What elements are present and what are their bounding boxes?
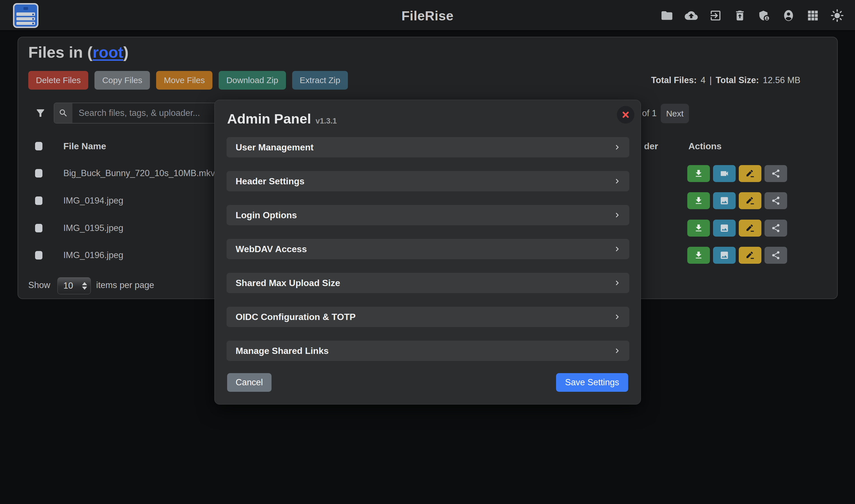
logo-bar: [16, 22, 35, 25]
download-zip-button[interactable]: Download Zip: [219, 71, 286, 90]
total-size-value: 12.56 MB: [763, 75, 800, 85]
download-button[interactable]: [687, 165, 710, 182]
cancel-button[interactable]: Cancel: [227, 373, 272, 392]
header-icon-group: [660, 0, 844, 31]
menu-item-shared-max-upload-size[interactable]: Shared Max Upload Size: [227, 273, 629, 293]
extract-zip-button[interactable]: Extract Zip: [292, 71, 348, 90]
page-of-label: of 1: [642, 108, 657, 119]
image-icon[interactable]: [713, 220, 736, 237]
user-icon[interactable]: [782, 9, 795, 22]
actions-column-header: Actions: [688, 140, 721, 152]
file-name-cell[interactable]: IMG_0195.jpeg: [63, 222, 123, 234]
search-icon[interactable]: [54, 103, 72, 123]
chevron-right-icon: [612, 176, 622, 186]
menu-item-header-settings[interactable]: Header Settings: [227, 171, 629, 191]
select-all-checkbox[interactable]: [35, 142, 42, 150]
restore-trash-icon[interactable]: [733, 9, 746, 22]
row-checkbox[interactable]: [35, 224, 42, 232]
edit-button[interactable]: [739, 220, 762, 237]
share-button[interactable]: [765, 192, 787, 209]
spinner-arrows-icon: [82, 282, 87, 290]
sign-in-icon[interactable]: [709, 9, 722, 22]
edit-button[interactable]: [739, 192, 762, 209]
chevron-right-icon: [612, 346, 622, 356]
root-folder-link[interactable]: root: [92, 43, 123, 61]
copy-files-button[interactable]: Copy Files: [94, 71, 150, 90]
menu-item-label: Login Options: [235, 210, 297, 220]
show-label: Show: [28, 279, 50, 291]
image-icon[interactable]: [713, 247, 736, 264]
page-size-value: 10: [63, 281, 82, 291]
edit-button[interactable]: [739, 165, 762, 182]
row-checkbox[interactable]: [35, 169, 42, 178]
total-files-value: 4: [701, 75, 705, 85]
chevron-right-icon: [612, 244, 622, 254]
uploader-column-header-fragment[interactable]: der: [644, 140, 658, 152]
chevron-right-icon: [612, 142, 622, 152]
chevron-right-icon: [612, 312, 622, 322]
admin-shield-icon[interactable]: [758, 9, 771, 22]
edit-button[interactable]: [739, 247, 762, 264]
total-size-label: Total Size:: [716, 75, 759, 85]
download-button[interactable]: [687, 192, 710, 209]
heading-suffix: ): [123, 43, 129, 61]
row-actions: [687, 220, 787, 237]
top-bar: FileRise: [0, 0, 855, 31]
download-button[interactable]: [687, 247, 710, 264]
menu-item-user-management[interactable]: User Management: [227, 137, 629, 158]
total-files-label: Total Files:: [651, 75, 697, 85]
menu-item-manage-shared-links[interactable]: Manage Shared Links: [227, 341, 629, 361]
cloud-upload-icon[interactable]: [685, 9, 698, 22]
file-name-column-header[interactable]: File Name: [63, 140, 106, 152]
menu-item-label: User Management: [235, 142, 314, 152]
items-per-page-label: items per page: [96, 279, 154, 291]
modal-version: v1.3.1: [316, 117, 337, 126]
chevron-right-icon: [612, 210, 622, 220]
videocam-icon[interactable]: [713, 165, 736, 182]
menu-item-login-options[interactable]: Login Options: [227, 205, 629, 225]
row-actions: [687, 165, 787, 182]
page-title: Files in (root): [28, 43, 129, 61]
logo-chip: [16, 6, 35, 11]
next-page-button[interactable]: Next: [661, 104, 689, 123]
share-button[interactable]: [765, 165, 787, 182]
image-icon[interactable]: [713, 192, 736, 209]
modal-title: Admin Panel: [227, 111, 311, 127]
chevron-right-icon: [612, 278, 622, 288]
file-name-cell[interactable]: IMG_0196.jpeg: [63, 249, 123, 262]
menu-item-label: Shared Max Upload Size: [235, 278, 340, 288]
summary-divider: |: [710, 75, 712, 85]
file-name-cell[interactable]: IMG_0194.jpeg: [63, 195, 123, 207]
light-mode-icon[interactable]: [831, 9, 844, 22]
page-size-select[interactable]: 10: [57, 277, 91, 294]
logo-bar: [16, 13, 35, 16]
download-button[interactable]: [687, 220, 710, 237]
menu-item-webdav-access[interactable]: WebDAV Access: [227, 239, 629, 259]
heading-prefix: Files in (: [28, 43, 92, 61]
menu-item-label: Header Settings: [235, 176, 304, 186]
delete-files-button[interactable]: Delete Files: [28, 71, 88, 90]
close-icon[interactable]: [617, 106, 634, 124]
menu-item-label: Manage Shared Links: [235, 346, 329, 356]
menu-item-label: WebDAV Access: [235, 244, 307, 254]
file-actions-toolbar: Delete Files Copy Files Move Files Downl…: [28, 71, 348, 90]
totals-summary: Total Files: 4 | Total Size: 12.56 MB: [651, 75, 800, 85]
admin-panel-modal: Admin Panel v1.3.1 User Management Heade…: [214, 100, 641, 404]
menu-item-label: OIDC Configuration & TOTP: [235, 312, 355, 322]
row-actions: [687, 247, 787, 264]
file-name-cell[interactable]: Big_Buck_Bunny_720_10s_10MB.mkv: [63, 167, 215, 180]
logo-bar: [16, 17, 35, 20]
row-checkbox[interactable]: [35, 196, 42, 205]
move-files-button[interactable]: Move Files: [156, 71, 212, 90]
filter-icon[interactable]: [35, 107, 46, 119]
menu-item-oidc-totp[interactable]: OIDC Configuration & TOTP: [227, 307, 629, 327]
share-button[interactable]: [765, 247, 787, 264]
folder-icon[interactable]: [660, 9, 674, 22]
grid-icon[interactable]: [806, 9, 819, 22]
row-checkbox[interactable]: [35, 251, 42, 259]
filerise-logo-icon[interactable]: [13, 3, 38, 28]
save-settings-button[interactable]: Save Settings: [556, 373, 628, 392]
row-actions: [687, 192, 787, 209]
modal-header: Admin Panel v1.3.1: [227, 111, 337, 127]
share-button[interactable]: [765, 220, 787, 237]
